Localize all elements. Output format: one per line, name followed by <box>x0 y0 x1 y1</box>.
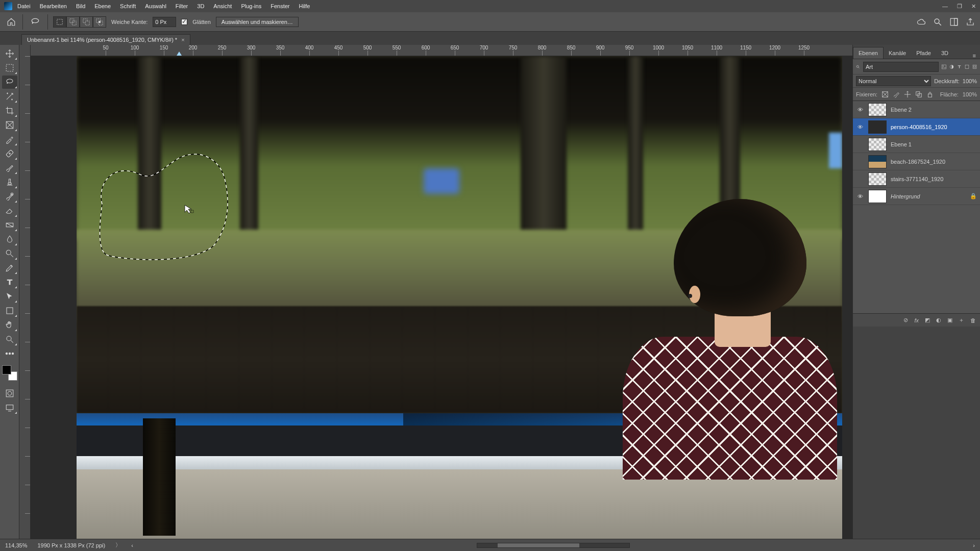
quickmask-toggle[interactable] <box>2 387 17 400</box>
scroll-left-button[interactable]: ‹ <box>131 542 133 548</box>
window-maximize-button[interactable]: ❐ <box>957 3 962 10</box>
layer-thumbnail[interactable] <box>868 172 887 186</box>
menu-schrift[interactable]: Schrift <box>120 3 136 9</box>
selection-add-button[interactable] <box>66 16 80 28</box>
filter-shape-icon[interactable] <box>965 63 969 71</box>
screenmode-toggle[interactable] <box>2 401 17 414</box>
adjustment-layer-button[interactable]: ◐ <box>936 317 941 323</box>
layer-row[interactable]: beach-1867524_1920 <box>853 153 980 170</box>
home-button[interactable] <box>5 16 17 28</box>
selection-intersect-button[interactable] <box>93 16 106 28</box>
lock-position-icon[interactable] <box>904 91 911 98</box>
vertical-ruler[interactable] <box>19 45 31 539</box>
gradient-tool[interactable] <box>2 218 17 232</box>
layer-row[interactable]: Ebene 1 <box>853 136 980 153</box>
close-tab-button[interactable]: × <box>181 37 184 43</box>
layer-name[interactable]: Ebene 1 <box>891 141 977 147</box>
document-tab[interactable]: Unbenannt-1 bei 114% (person-4008516_192… <box>21 34 190 45</box>
lock-artboard-icon[interactable] <box>915 91 922 98</box>
layer-name[interactable]: stairs-3771140_1920 <box>891 176 977 182</box>
brush-tool[interactable] <box>2 161 17 174</box>
delete-layer-button[interactable]: 🗑 <box>970 317 976 323</box>
stamp-tool[interactable] <box>2 176 17 189</box>
layer-visibility-toggle[interactable]: 👁 <box>856 193 864 199</box>
type-tool[interactable] <box>2 276 17 289</box>
fx-button[interactable]: fx <box>914 317 919 323</box>
layer-row[interactable]: 👁Hintergrund🔒 <box>853 188 980 205</box>
window-minimize-button[interactable]: — <box>942 3 948 10</box>
eraser-tool[interactable] <box>2 204 17 217</box>
fill-value[interactable]: 100% <box>963 91 977 97</box>
selection-subtract-button[interactable] <box>80 16 93 28</box>
new-layer-button[interactable]: ＋ <box>959 316 964 324</box>
layer-visibility-toggle[interactable]: 👁 <box>856 107 864 113</box>
scroll-right-button[interactable]: › <box>973 542 975 548</box>
wand-tool[interactable] <box>2 90 17 103</box>
blend-mode-select[interactable]: Normal <box>856 76 931 86</box>
layer-thumbnail[interactable] <box>868 138 887 151</box>
dodge-tool[interactable] <box>2 247 17 260</box>
group-button[interactable]: ▣ <box>947 317 952 323</box>
zoom-tool[interactable] <box>2 333 17 346</box>
zoom-level[interactable]: 114,35% <box>5 542 27 548</box>
layer-name[interactable]: person-4008516_1920 <box>891 124 977 130</box>
lock-pixel-icon[interactable] <box>881 91 889 98</box>
horizontal-scrollbar[interactable] <box>477 543 630 548</box>
document-canvas[interactable] <box>31 56 852 539</box>
filter-image-icon[interactable] <box>942 63 946 71</box>
menu-bearbeiten[interactable]: Bearbeiten <box>40 3 67 9</box>
menu-fenster[interactable]: Fenster <box>271 3 289 9</box>
active-tool-indicator[interactable] <box>28 16 42 28</box>
layer-row[interactable]: 👁Ebene 2 <box>853 101 980 118</box>
menu-filter[interactable]: Filter <box>176 3 188 9</box>
tab-kanaele[interactable]: Kanäle <box>884 47 911 59</box>
menu-ebene[interactable]: Ebene <box>94 3 111 9</box>
lasso-tool[interactable] <box>2 76 17 89</box>
menu-ansicht[interactable]: Ansicht <box>213 3 232 9</box>
fg-bg-color[interactable] <box>2 365 17 381</box>
doc-info[interactable]: 1990 Px x 1338 Px (72 ppi) <box>37 542 105 548</box>
scrollbar-thumb[interactable] <box>498 543 579 547</box>
link-layers-button[interactable]: ⊘ <box>903 317 908 323</box>
path-select-tool[interactable] <box>2 290 17 303</box>
menu-hilfe[interactable]: Hilfe <box>299 3 310 9</box>
layer-name[interactable]: Hintergrund <box>891 193 966 199</box>
smooth-checkbox[interactable] <box>181 19 187 25</box>
doc-info-menu[interactable]: 〉 <box>115 541 121 549</box>
layer-row[interactable]: 👁person-4008516_1920 <box>853 118 980 136</box>
tab-pfade[interactable]: Pfade <box>911 47 936 59</box>
blur-tool[interactable] <box>2 233 17 246</box>
layer-thumbnail[interactable] <box>868 120 887 134</box>
share-icon[interactable] <box>966 17 975 27</box>
layer-visibility-toggle[interactable]: 👁 <box>856 124 864 130</box>
menu-bild[interactable]: Bild <box>76 3 85 9</box>
layer-row[interactable]: stairs-3771140_1920 <box>853 170 980 188</box>
move-tool[interactable] <box>2 47 17 60</box>
filter-text-icon[interactable] <box>957 63 962 71</box>
mask-button[interactable]: ◩ <box>925 317 930 323</box>
lock-brush-icon[interactable] <box>893 91 900 98</box>
window-close-button[interactable]: ✕ <box>971 3 976 10</box>
tab-3d[interactable]: 3D <box>936 47 953 59</box>
history-brush-tool[interactable] <box>2 190 17 203</box>
pen-tool[interactable] <box>2 261 17 274</box>
menu-datei[interactable]: Datei <box>17 3 31 9</box>
menu-3d[interactable]: 3D <box>197 3 204 9</box>
layer-thumbnail[interactable] <box>868 190 887 203</box>
eyedropper-tool[interactable] <box>2 133 17 146</box>
menu-auswahl[interactable]: Auswahl <box>145 3 166 9</box>
frame-tool[interactable] <box>2 118 17 132</box>
cloud-icon[interactable] <box>917 17 926 27</box>
menu-plugins[interactable]: Plug-ins <box>241 3 261 9</box>
select-and-mask-button[interactable]: Auswählen und maskieren… <box>216 17 299 27</box>
layer-thumbnail[interactable] <box>868 103 887 116</box>
layer-name[interactable]: Ebene 2 <box>891 107 977 113</box>
selection-new-button[interactable] <box>53 16 66 28</box>
hand-tool[interactable] <box>2 318 17 332</box>
layer-thumbnail[interactable] <box>868 155 887 168</box>
opacity-value[interactable]: 100% <box>963 78 977 84</box>
panel-menu-button[interactable]: ≡ <box>969 53 980 59</box>
workspace-icon[interactable] <box>949 17 959 27</box>
marquee-tool[interactable] <box>2 61 17 74</box>
crop-tool[interactable] <box>2 104 17 117</box>
